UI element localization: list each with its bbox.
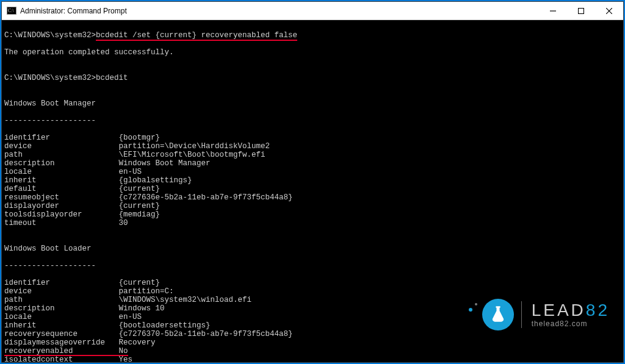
minimize-button[interactable] [539,2,567,20]
terminal-output[interactable]: C:\WINDOWS\system32>bcdedit /set {curren… [2,20,623,362]
kv-row: displaymessageoverride Recovery [4,338,620,347]
kv-value: \EFI\Microsoft\Boot\bootmgfw.efi [119,151,266,159]
command-1: bcdedit /set {current} recoveryenabled f… [96,31,297,40]
kv-key: locale [4,313,119,321]
kv-row: inherit {bootloadersettings} [4,321,620,330]
kv-key: device [4,287,119,296]
kv-value: {current} [119,185,161,193]
kv-value: partition=\Device\HarddiskVolume2 [119,142,270,151]
kv-value: {current} [119,279,161,287]
kv-row: description Windows 10 [4,304,620,313]
kv-row: recoveryenabled No [4,347,620,355]
kv-row: locale en-US [4,313,620,321]
kv-row: resumeobject {c727636e-5b2a-11eb-ab7e-9f… [4,193,620,202]
kv-row: locale en-US [4,168,620,176]
kv-row: default {current} [4,185,620,193]
window-controls [539,2,623,20]
prompt-text: C:\WINDOWS\system32> [4,74,96,82]
kv-value: {globalsettings} [119,176,192,185]
kv-row: recoverysequence {c7276370-5b2a-11eb-ab7… [4,330,620,338]
kv-row: path \EFI\Microsoft\Boot\bootmgfw.efi [4,151,620,159]
command-1-response: The operation completed successfully. [4,48,174,57]
kv-key: isolatedcontext [4,355,119,362]
kv-row: device partition=\Device\HarddiskVolume2 [4,142,620,151]
kv-key: inherit [4,176,119,185]
section-header-boot-manager: Windows Boot Manager [4,99,96,108]
kv-value: {c7276370-5b2a-11eb-ab7e-9f73f5cb44a8} [119,330,293,338]
kv-value: {c727636e-5b2a-11eb-ab7e-9f73f5cb44a8} [119,193,293,202]
kv-value: \WINDOWS\system32\winload.efi [119,296,252,304]
kv-key: device [4,142,119,151]
svg-text:C:\: C:\ [8,8,15,13]
kv-key: recoverysequence [4,330,119,338]
window-title: Administrator: Command Prompt [20,7,539,15]
cmd-icon: C:\ [7,6,16,16]
kv-row: inherit {globalsettings} [4,176,620,185]
kv-value: {bootloadersettings} [119,321,211,330]
close-button[interactable] [595,2,623,20]
kv-key: identifier [4,134,119,142]
kv-key: description [4,159,119,168]
kv-value: 30 [119,219,128,227]
separator: -------------------- [4,116,96,125]
kv-row: identifier {bootmgr} [4,134,620,142]
kv-key: default [4,185,119,193]
prompt-text: C:\WINDOWS\system32> [4,31,96,40]
kv-key: locale [4,168,119,176]
kv-value: Windows 10 [119,304,165,313]
command-2: bcdedit [96,74,128,82]
kv-row: identifier {current} [4,279,620,287]
kv-row: path \WINDOWS\system32\winload.efi [4,296,620,304]
window: C:\ Administrator: Command Prompt C:\WIN… [1,1,624,363]
kv-key: description [4,304,119,313]
kv-key: timeout [4,219,119,227]
kv-key: path [4,296,119,304]
kv-key: displaymessageoverride [4,338,119,347]
kv-row: displayorder {current} [4,202,620,210]
kv-key: toolsdisplayorder [4,210,119,219]
kv-value: {bootmgr} [119,134,161,142]
kv-key: resumeobject [4,193,119,202]
kv-row: isolatedcontext Yes [4,355,620,362]
kv-value: {current} [119,202,161,210]
kv-value: partition=C: [119,287,174,296]
kv-key: displayorder [4,202,119,210]
kv-value: {memdiag} [119,210,161,219]
kv-key: path [4,151,119,159]
kv-value: Yes [119,355,133,362]
kv-row: device partition=C: [4,287,620,296]
kv-value: Recovery [119,338,156,347]
kv-value: No [119,347,128,355]
kv-key: recoveryenabled [4,347,119,355]
separator: -------------------- [4,262,96,270]
kv-row: description Windows Boot Manager [4,159,620,168]
kv-row: toolsdisplayorder {memdiag} [4,210,620,219]
kv-row: timeout 30 [4,219,620,227]
kv-value: Windows Boot Manager [119,159,211,168]
maximize-button[interactable] [567,2,595,20]
titlebar[interactable]: C:\ Administrator: Command Prompt [2,2,623,20]
section-header-boot-loader: Windows Boot Loader [4,244,92,253]
kv-value: en-US [119,313,142,321]
svg-rect-3 [579,8,584,13]
kv-key: identifier [4,279,119,287]
kv-value: en-US [119,168,142,176]
kv-key: inherit [4,321,119,330]
